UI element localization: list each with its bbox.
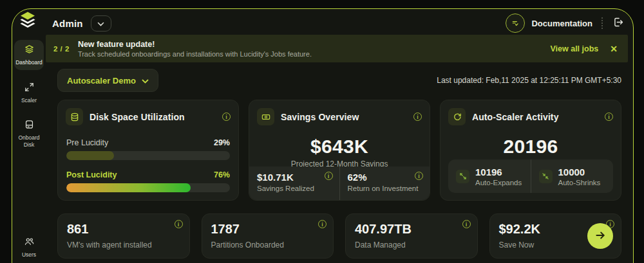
sidebar-item-label: Onboard Disk: [15, 134, 43, 148]
metric-cards: Disk Space Utilization Pre Lucidity 29% …: [57, 100, 621, 201]
pre-lucidity-row: Pre Lucidity 29%: [66, 138, 230, 147]
pre-lucidity-label: Pre Lucidity: [66, 138, 108, 147]
savings-realized-label: Savings Realized: [257, 185, 332, 192]
autoscaler-activity-card: Auto-Scaler Activity 20196 Manual SRE Ta…: [440, 100, 621, 201]
money-icon: [257, 108, 274, 125]
documentation-icon[interactable]: [506, 14, 525, 33]
data-managed-stat-card: 407.97TB Data Managed: [345, 213, 478, 258]
info-icon[interactable]: [462, 220, 471, 228]
card-header: Auto-Scaler Activity: [440, 100, 621, 125]
page-title: Admin: [52, 18, 83, 29]
save-now-button[interactable]: [587, 223, 613, 249]
post-lucidity-value: 76%: [214, 170, 230, 179]
auto-expands-text: 10196 Auto-Expands: [475, 167, 522, 186]
topbar: Admin Documentation: [46, 9, 633, 35]
partitions-stat-card: 1787 Partitions Onboarded: [202, 213, 334, 258]
disk-icon: [24, 119, 35, 132]
auto-shrinks: 10000 Auto-Shrinks: [531, 159, 614, 193]
stat-label: Data Managed: [355, 240, 468, 249]
card-title: Auto-Scaler Activity: [472, 112, 559, 122]
autoscaler-substats: 10196 Auto-Expands 10000 Auto-Shrinks: [448, 159, 613, 193]
app-screen: Dashboard Scaler Onboard Disk Users: [0, 0, 644, 263]
roi-label: Return on Investment: [348, 185, 422, 192]
logout-button[interactable]: [612, 16, 624, 30]
documentation-label[interactable]: Documentation: [531, 19, 592, 28]
auto-shrinks-text: 10000 Auto-Shrinks: [558, 167, 601, 186]
divider: [601, 17, 603, 29]
projected-savings-value: $643K: [249, 136, 430, 158]
stat-value: 407.97TB: [355, 222, 468, 237]
card-header: Savings Overview: [249, 100, 430, 125]
chevron-down-icon: [142, 75, 149, 86]
chevron-down-icon: [97, 19, 104, 28]
auto-shrinks-value: 10000: [558, 167, 601, 177]
app-frame: Dashboard Scaler Onboard Disk Users: [12, 8, 634, 263]
auto-expands-value: 10196: [475, 167, 522, 177]
expand-out-icon: [456, 170, 469, 183]
card-header: Disk Space Utilization: [58, 100, 238, 125]
savings-overview-card: Savings Overview $643K Projected 12-Mont…: [249, 100, 430, 201]
savings-substats: $10.71K Savings Realized 62% Return on I…: [249, 167, 430, 200]
sidebar-item-label: Dashboard: [15, 59, 43, 66]
sidebar-item-label: Users: [22, 251, 36, 258]
sidebar-item-dashboard[interactable]: Dashboard: [14, 40, 44, 70]
arrow-right-icon: [594, 230, 606, 243]
card-title: Savings Overview: [281, 112, 359, 122]
info-icon[interactable]: [413, 113, 422, 121]
stat-label: VM's with agent installed: [67, 240, 180, 249]
pre-lucidity-value: 29%: [214, 138, 230, 147]
auto-shrinks-label: Auto-Shrinks: [558, 179, 601, 186]
auto-expands-label: Auto-Expands: [475, 179, 522, 186]
layers-icon: [24, 44, 35, 57]
card-title: Disk Space Utilization: [90, 112, 185, 122]
info-icon[interactable]: [318, 220, 327, 228]
sidebar-item-label: Scaler: [21, 97, 37, 104]
banner-actions: View all jobs ✕: [550, 44, 628, 53]
main-area: Admin Documentation: [46, 9, 633, 263]
sidebar-item-onboard-disk[interactable]: Onboard Disk: [14, 115, 44, 152]
save-now-card: $92.2K Save Now: [489, 213, 622, 258]
controls-row: Autoscaler Demo Last updated: Feb,11 202…: [57, 69, 621, 92]
shrink-in-icon: [539, 170, 553, 183]
stat-value: 861: [67, 222, 180, 237]
view-all-jobs-link[interactable]: View all jobs: [550, 44, 598, 53]
topbar-right: Documentation: [506, 14, 624, 33]
demo-selector[interactable]: Autoscaler Demo: [57, 69, 158, 92]
return-on-investment: 62% Return on Investment: [339, 167, 430, 200]
post-lucidity-bar-fill: [66, 183, 191, 192]
sre-tasks-value: 20196: [440, 136, 621, 158]
expand-arrows-icon: [24, 82, 35, 95]
stat-value: 1787: [211, 222, 325, 237]
sidebar-item-scaler[interactable]: Scaler: [14, 78, 44, 108]
disk-space-card: Disk Space Utilization Pre Lucidity 29% …: [57, 100, 239, 201]
post-lucidity-row: Post Lucidity 76%: [66, 170, 230, 179]
auto-expands: 10196 Auto-Expands: [448, 167, 531, 186]
info-icon[interactable]: [605, 113, 613, 121]
pre-lucidity-bar: [66, 151, 230, 160]
admin-dropdown-button[interactable]: [91, 15, 111, 32]
post-lucidity-bar: [66, 183, 230, 192]
close-icon[interactable]: ✕: [610, 44, 618, 53]
refresh-icon: [448, 108, 466, 125]
info-icon[interactable]: [222, 113, 231, 121]
sidebar: Dashboard Scaler Onboard Disk Users: [12, 9, 46, 263]
sidebar-item-users[interactable]: Users: [14, 232, 44, 262]
info-icon[interactable]: [415, 172, 423, 180]
pre-lucidity-bar-fill: [66, 151, 114, 160]
banner-counter: 2 / 2: [53, 45, 70, 53]
banner-text: New feature update! Track scheduled onbo…: [78, 40, 312, 58]
notification-banner: 2 / 2 New feature update! Track schedule…: [46, 35, 628, 62]
users-icon: [24, 236, 35, 249]
last-updated-text: Last updated: Feb,11 2025 at 12:25:11 PM…: [437, 76, 621, 85]
demo-selector-value: Autoscaler Demo: [67, 76, 136, 86]
roi-value: 62%: [348, 172, 422, 183]
info-icon[interactable]: [175, 220, 183, 228]
post-lucidity-label: Post Lucidity: [66, 170, 117, 179]
banner-title: New feature update!: [78, 40, 312, 49]
savings-main: $643K Projected 12-Month Savings: [249, 136, 430, 168]
stats-row: 861 VM's with agent installed 1787 Parti…: [57, 213, 621, 258]
info-icon[interactable]: [325, 172, 333, 180]
app-logo[interactable]: [17, 10, 38, 31]
stat-label: Partitions Onboarded: [211, 240, 325, 249]
savings-realized: $10.71K Savings Realized: [249, 167, 339, 200]
